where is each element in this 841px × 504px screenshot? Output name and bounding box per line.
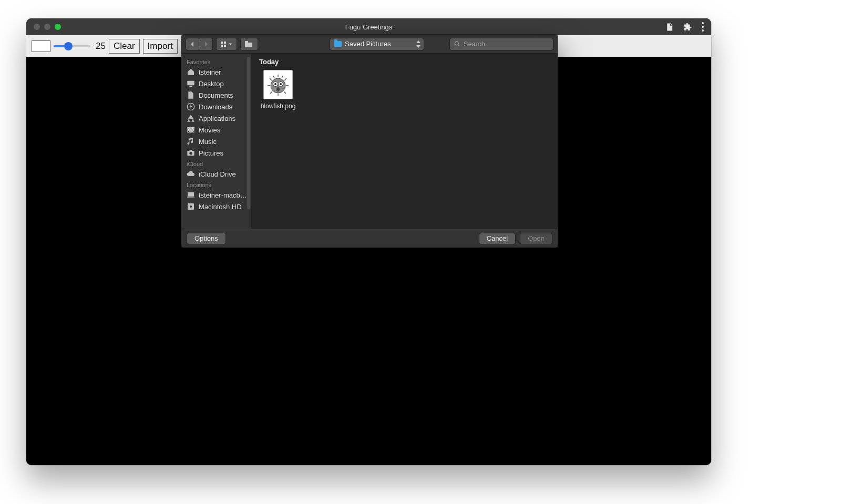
svg-line-3 xyxy=(458,45,459,46)
icon-view-icon xyxy=(221,42,226,47)
sidebar-item-computer[interactable]: tsteiner-macb… xyxy=(181,189,251,201)
sidebar-item-disk[interactable]: Macintosh HD xyxy=(181,201,251,212)
color-swatch[interactable] xyxy=(32,40,50,52)
sidebar-heading-icloud: iCloud xyxy=(181,159,251,168)
svg-point-33 xyxy=(274,83,276,85)
movie-icon xyxy=(187,126,195,134)
sidebar-item-downloads[interactable]: Downloads xyxy=(181,101,251,112)
camera-icon xyxy=(187,149,195,157)
sidebar-item-pictures[interactable]: Pictures xyxy=(181,147,251,159)
blowfish-icon xyxy=(266,73,290,96)
sidebar-item-desktop[interactable]: Desktop xyxy=(181,78,251,89)
window-title: Fugu Greetings xyxy=(26,23,711,31)
svg-rect-16 xyxy=(187,197,195,197)
svg-point-13 xyxy=(189,152,192,155)
sidebar-item-documents[interactable]: Documents xyxy=(181,89,251,101)
disk-icon xyxy=(187,202,195,211)
sidebar-item-label: Desktop xyxy=(199,80,224,88)
sidebar-item-label: Applications xyxy=(199,115,235,122)
dialog-footer: Options Cancel Open xyxy=(181,229,558,248)
sidebar-scrollbar[interactable] xyxy=(247,57,250,209)
svg-rect-10 xyxy=(193,128,193,128)
options-button[interactable]: Options xyxy=(187,233,226,244)
file-name: blowfish.png xyxy=(259,102,297,110)
view-mode-button[interactable] xyxy=(216,38,237,50)
folder-icon xyxy=(334,41,342,47)
sidebar-item-label: tsteiner-macb… xyxy=(199,191,247,199)
window-minimize-button[interactable] xyxy=(44,24,50,30)
sidebar-item-icloud-drive[interactable]: iCloud Drive xyxy=(181,168,251,180)
group-heading: Today xyxy=(259,58,550,66)
svg-rect-8 xyxy=(188,128,189,128)
file-thumbnail xyxy=(263,70,293,99)
traffic-lights xyxy=(26,24,61,30)
file-item[interactable]: blowfish.png xyxy=(259,70,297,110)
svg-line-22 xyxy=(270,78,272,80)
svg-point-34 xyxy=(280,83,282,85)
download-icon xyxy=(187,102,195,111)
sidebar-item-label: Documents xyxy=(199,91,233,99)
sidebar-item-label: iCloud Drive xyxy=(199,170,236,178)
updown-icon xyxy=(416,40,420,48)
svg-line-29 xyxy=(273,76,274,78)
clear-button[interactable]: Clear xyxy=(109,39,140,54)
file-list[interactable]: Today xyxy=(252,54,558,229)
sidebar-item-label: Pictures xyxy=(199,149,223,157)
sidebar-item-home[interactable]: tsteiner xyxy=(181,66,251,78)
brush-size-value: 25 xyxy=(96,41,106,52)
svg-rect-11 xyxy=(193,131,193,132)
music-icon xyxy=(187,137,195,146)
search-icon xyxy=(454,40,460,47)
sidebar-item-movies[interactable]: Movies xyxy=(181,124,251,136)
cancel-button[interactable]: Cancel xyxy=(479,233,516,244)
nav-forward-button[interactable] xyxy=(199,38,213,50)
document-icon xyxy=(187,91,195,99)
search-input[interactable] xyxy=(464,40,549,48)
laptop-icon xyxy=(187,191,195,199)
folder-stack-icon xyxy=(245,41,253,47)
svg-rect-9 xyxy=(188,131,189,132)
import-button[interactable]: Import xyxy=(143,39,178,54)
sidebar: Favorites tsteiner Desktop Documents Dow… xyxy=(181,54,252,229)
chevron-down-icon xyxy=(228,42,232,46)
svg-line-26 xyxy=(270,91,272,94)
sidebar-item-label: Downloads xyxy=(199,103,232,111)
path-selector[interactable]: Saved Pictures xyxy=(330,38,424,50)
sidebar-heading-favorites: Favorites xyxy=(181,57,251,66)
sidebar-item-music[interactable]: Music xyxy=(181,136,251,147)
svg-point-35 xyxy=(276,87,280,91)
svg-line-27 xyxy=(284,91,286,94)
dialog-toolbar: Saved Pictures xyxy=(181,35,558,54)
svg-point-18 xyxy=(190,205,192,208)
nav-back-button[interactable] xyxy=(186,38,199,50)
search-field[interactable] xyxy=(449,38,553,50)
more-menu-icon[interactable] xyxy=(702,22,704,32)
svg-rect-5 xyxy=(189,86,192,87)
group-by-button[interactable] xyxy=(240,38,258,50)
cloud-icon xyxy=(187,170,195,178)
svg-line-23 xyxy=(284,78,286,80)
svg-rect-1 xyxy=(245,41,248,43)
extension-icon[interactable] xyxy=(683,23,692,32)
sidebar-heading-locations: Locations xyxy=(181,180,251,189)
document-icon[interactable] xyxy=(665,23,674,32)
open-button[interactable]: Open xyxy=(520,233,552,244)
brush-size-slider[interactable] xyxy=(54,45,90,47)
path-label: Saved Pictures xyxy=(345,40,391,48)
titlebar: Fugu Greetings xyxy=(26,18,711,35)
desktop-icon xyxy=(187,79,195,88)
sidebar-item-label: Movies xyxy=(199,126,220,134)
sidebar-item-label: Music xyxy=(199,138,217,146)
home-icon xyxy=(187,68,195,76)
window-maximize-button[interactable] xyxy=(55,24,61,30)
sidebar-item-applications[interactable]: Applications xyxy=(181,112,251,124)
file-open-dialog: Saved Pictures Favorites tsteiner Deskto… xyxy=(181,35,558,248)
svg-rect-4 xyxy=(187,81,194,86)
applications-icon xyxy=(187,114,195,122)
svg-line-30 xyxy=(282,76,283,78)
sidebar-item-label: tsteiner xyxy=(199,68,221,76)
sidebar-item-label: Macintosh HD xyxy=(199,203,242,211)
svg-rect-14 xyxy=(189,150,192,151)
window-close-button[interactable] xyxy=(34,24,40,30)
svg-rect-15 xyxy=(188,192,194,197)
